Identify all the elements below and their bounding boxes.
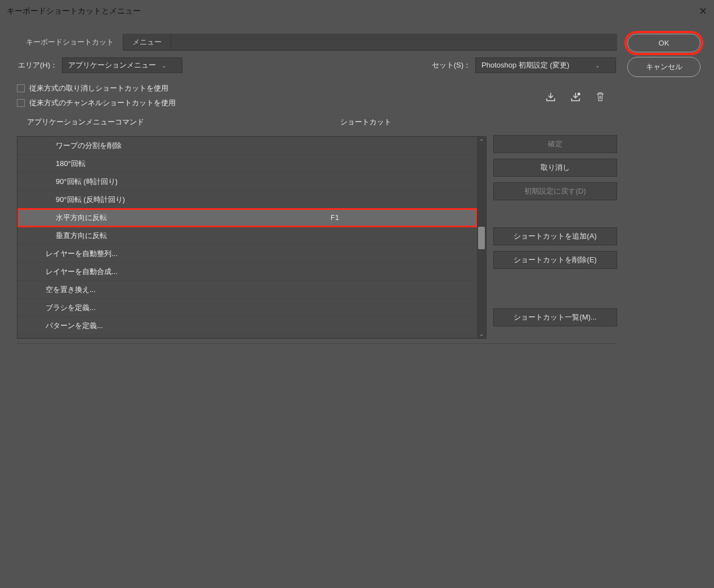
chevron-down-icon: ⌄ bbox=[595, 62, 600, 69]
command-cell: 180°回転 bbox=[56, 159, 331, 169]
summarize-button[interactable]: ショートカット一覧(M)... bbox=[493, 308, 617, 326]
delete-set-icon[interactable] bbox=[595, 91, 606, 102]
add-shortcut-button[interactable]: ショートカットを追加(A) bbox=[493, 227, 617, 245]
window-title: キーボードショートカットとメニュー bbox=[7, 6, 141, 16]
command-cell: 垂直方向に反転 bbox=[56, 231, 331, 241]
undo-button[interactable]: 取り消し bbox=[493, 159, 617, 177]
command-cell: 空を置き換え... bbox=[46, 285, 331, 295]
table-row[interactable]: 垂直方向に反転 bbox=[17, 227, 477, 245]
column-header-command: アプリケーションメニューコマンド bbox=[27, 117, 340, 127]
table-row[interactable]: ブラシを定義... bbox=[17, 299, 477, 317]
scroll-thumb[interactable] bbox=[478, 227, 485, 249]
scrollbar[interactable]: ⌃ ⌄ bbox=[477, 137, 486, 338]
close-icon[interactable]: ✕ bbox=[699, 5, 707, 17]
ok-button[interactable]: OK bbox=[627, 34, 700, 52]
set-value: Photoshop 初期設定 (変更) bbox=[481, 60, 569, 70]
svg-point-0 bbox=[578, 93, 581, 96]
tab-menus[interactable]: メニュー bbox=[123, 34, 171, 50]
set-label: セット(S)： bbox=[432, 60, 471, 70]
save-set-icon[interactable] bbox=[545, 91, 556, 102]
area-value: アプリケーションメニュー bbox=[68, 60, 156, 70]
command-cell: 90°回転 (反時計回り) bbox=[56, 195, 331, 205]
accept-button[interactable]: 確定 bbox=[493, 135, 617, 153]
scroll-down-icon[interactable]: ⌄ bbox=[477, 329, 486, 338]
column-header-shortcut: ショートカット bbox=[340, 117, 487, 127]
use-default-button[interactable]: 初期設定に戻す(D) bbox=[493, 182, 617, 200]
table-row[interactable]: レイヤーを自動整列... bbox=[17, 245, 477, 263]
table-row[interactable]: 90°回転 (反時計回り) bbox=[17, 191, 477, 209]
command-cell: 90°回転 (時計回り) bbox=[56, 177, 331, 187]
command-cell: レイヤーを自動合成... bbox=[46, 267, 331, 277]
tab-shortcuts[interactable]: キーボードショートカット bbox=[17, 34, 123, 51]
table-row[interactable]: 90°回転 (時計回り) bbox=[17, 173, 477, 191]
table-row[interactable]: 空を置き換え... bbox=[17, 281, 477, 299]
scroll-up-icon[interactable]: ⌃ bbox=[477, 137, 486, 146]
area-label: エリア(H)： bbox=[18, 60, 57, 70]
command-cell: ブラシを定義... bbox=[46, 303, 331, 313]
command-cell: 水平方向に反転 bbox=[56, 213, 331, 223]
area-dropdown[interactable]: アプリケーションメニュー ⌄ bbox=[62, 57, 182, 73]
table-row[interactable]: レイヤーを自動合成... bbox=[17, 263, 477, 281]
cancel-button[interactable]: キャンセル bbox=[627, 57, 700, 77]
table-row[interactable]: 180°回転 bbox=[17, 155, 477, 173]
table-row[interactable]: 水平方向に反転F1 bbox=[17, 209, 477, 227]
command-cell: ワープの分割を削除 bbox=[56, 141, 331, 151]
shortcut-cell[interactable]: F1 bbox=[331, 213, 477, 222]
save-as-set-icon[interactable] bbox=[570, 91, 581, 102]
command-cell: レイヤーを自動整列... bbox=[46, 249, 331, 259]
set-dropdown[interactable]: Photoshop 初期設定 (変更) ⌄ bbox=[475, 57, 616, 73]
command-cell: パターンを定義... bbox=[46, 321, 331, 331]
table-row[interactable]: ワープの分割を削除 bbox=[17, 137, 477, 155]
tabs: キーボードショートカット メニュー bbox=[17, 34, 617, 51]
delete-shortcut-button[interactable]: ショートカットを削除(E) bbox=[493, 251, 617, 269]
chevron-down-icon: ⌄ bbox=[162, 62, 166, 69]
table-row[interactable]: パターンを定義... bbox=[17, 317, 477, 335]
shortcut-table: ワープの分割を削除180°回転90°回転 (時計回り)90°回転 (反時計回り)… bbox=[17, 137, 477, 338]
